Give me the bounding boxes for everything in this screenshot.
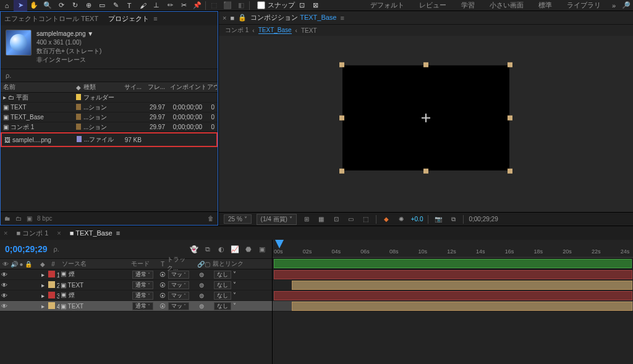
handle-mr[interactable] [508, 115, 512, 120]
type-tool[interactable]: T [122, 0, 136, 11]
track-row[interactable] [273, 301, 633, 311]
bpc-toggle[interactable]: 8 bpc [37, 215, 52, 222]
quality-dropdown[interactable]: (1/4 画質) ˅ [257, 214, 297, 225]
bc-item-active[interactable]: TEXT_Base [258, 27, 292, 34]
roto-tool[interactable]: ✂ [177, 0, 190, 11]
project-item[interactable]: ▣ TEXT...ション29.970;00;00;000 [1, 103, 218, 112]
workspace-more-icon[interactable]: » [608, 2, 619, 9]
color-mgmt-icon[interactable]: ◆ [381, 214, 391, 224]
layer-row[interactable]: 👁 ▸ 1▣ 煙通常˅⦿マッ˅⊚ なし ˅ [0, 269, 272, 280]
handle-tc[interactable] [423, 62, 428, 67]
exposure-reset-icon[interactable]: ✺ [396, 214, 406, 224]
tab-close-icon[interactable]: × [57, 229, 61, 237]
mask-icon[interactable]: ▦ [316, 214, 326, 224]
col-out[interactable]: アウ [205, 83, 217, 91]
handle-bl[interactable] [339, 168, 344, 173]
handle-tr[interactable] [508, 62, 512, 67]
pen-tool[interactable]: ✎ [109, 0, 122, 11]
snap-toggle[interactable]: スナップ [257, 1, 295, 10]
frameblend-toggle-icon[interactable]: ⧉ [203, 245, 213, 253]
shy-toggle-icon[interactable]: 👻 [189, 245, 199, 253]
col-t[interactable]: T [158, 261, 167, 268]
trash-icon[interactable]: 🗑 [208, 215, 214, 222]
project-item-list[interactable]: ▸ 🗀 平面フォルダー▣ TEXT...ション29.970;00;00;000▣… [1, 93, 218, 211]
viewer-menu-icon[interactable]: ≡ [340, 14, 344, 22]
eraser-tool[interactable]: ✏ [163, 0, 177, 11]
col-source-name[interactable]: ソース名 [59, 260, 131, 268]
project-item[interactable]: 🖼 sampleI....png...ファイル97 KB [1, 132, 218, 147]
workspace-default[interactable]: デフォルト [363, 1, 412, 10]
timeline-search[interactable]: ρ. [54, 245, 59, 253]
workspace-library[interactable]: ライブラリ [559, 1, 608, 10]
layer-row[interactable]: 👁 ▸ 3▣ 煙通常˅⦿マッ˅⊚ なし ˅ [0, 290, 272, 301]
composition-frame[interactable] [342, 65, 509, 170]
current-time[interactable]: 0;00;29;29 [469, 216, 498, 222]
snapshot-icon[interactable]: 📷 [433, 214, 443, 224]
layer-bar[interactable] [292, 302, 632, 311]
viewer-close-icon[interactable]: × [223, 14, 226, 22]
tab-close-icon[interactable]: × [4, 229, 7, 237]
track-row[interactable] [273, 269, 633, 280]
anchor-point-icon[interactable] [422, 113, 430, 122]
motionblur-toggle-icon[interactable]: ◐ [216, 245, 226, 253]
col-layer-number[interactable]: # [47, 261, 59, 268]
work-area-bar[interactable] [274, 259, 632, 268]
bc-item[interactable]: TEXT [301, 27, 317, 34]
region-icon[interactable]: ⬚ [361, 214, 371, 224]
col-size[interactable]: サイ... [118, 83, 144, 91]
snap-opt2-icon[interactable]: ⊠ [308, 0, 322, 11]
col-link-icons[interactable]: 🔗▢ [194, 261, 213, 268]
hand-tool[interactable]: ✋ [27, 0, 41, 11]
col-in[interactable]: インポイント [168, 83, 205, 91]
track-row[interactable] [273, 290, 633, 301]
exposure-value[interactable]: +0.0 [411, 216, 423, 222]
workspace-learn[interactable]: 学習 [454, 1, 482, 10]
interpret-icon[interactable]: 🖿 [4, 215, 11, 222]
layer-bar[interactable] [274, 291, 632, 300]
rect-tool[interactable]: ▭ [95, 0, 109, 11]
col-parent[interactable]: 親とリンク [213, 260, 262, 268]
grid-icon[interactable]: ⊞ [302, 214, 312, 224]
zoom-dropdown[interactable]: 25 % ˅ [224, 214, 252, 224]
new-folder-icon[interactable]: 🗀 [15, 215, 22, 222]
handle-br[interactable] [508, 168, 512, 173]
layer-row[interactable]: 👁 ▸ 2▣ TEXT通常˅⦿マッ˅⊚ なし ˅ [0, 280, 272, 290]
channel-icon[interactable]: ▭ [346, 214, 356, 224]
stamp-tool[interactable]: ⊥ [150, 0, 163, 11]
orbit-tool[interactable]: ⟳ [54, 0, 68, 11]
render-icon[interactable]: ▣ [257, 245, 267, 253]
bc-item[interactable]: コンポ 1 [225, 26, 249, 35]
time-ruler[interactable]: 00s02s04s06s08s10s12s14s16s18s20s22s24s [273, 240, 633, 258]
workspace-standard[interactable]: 標準 [531, 1, 559, 10]
timeline-current-time[interactable]: 0;00;29;29 [5, 244, 48, 254]
search-global-icon[interactable]: 🔎 [619, 0, 633, 11]
project-item[interactable]: ▣ TEXT_Base...ション29.970;00;00;000 [1, 112, 218, 122]
viewer-canvas[interactable] [219, 36, 633, 212]
tab-effect-controls[interactable]: エフェクトコントロール TEXT [4, 14, 98, 23]
handle-ml[interactable] [339, 115, 344, 120]
anchor-tool[interactable]: ⊕ [82, 0, 95, 11]
selection-tool[interactable]: ➤ [14, 0, 27, 11]
new-comp-icon[interactable]: ▣ [27, 215, 32, 222]
layer-bar[interactable] [274, 270, 632, 279]
show-snapshot-icon[interactable]: ⧉ [448, 214, 458, 224]
col-mode[interactable]: モード [131, 260, 158, 268]
axis-local-icon[interactable]: ⬚ [207, 0, 221, 11]
zoom-tool[interactable]: 🔍 [41, 0, 54, 11]
project-item[interactable]: ▸ 🗀 平面フォルダー [1, 93, 218, 103]
home-tool[interactable]: ⌂ [0, 0, 14, 11]
guide-icon[interactable]: ⊡ [331, 214, 341, 224]
col-fr[interactable]: フレ... [144, 83, 168, 91]
axis-view-icon[interactable]: ◧ [234, 0, 248, 11]
handle-bc[interactable] [423, 168, 428, 173]
project-item[interactable]: ▣ コンポ 1...ション29.970;00;00;000 [1, 122, 218, 132]
workspace-small[interactable]: 小さい画面 [482, 1, 531, 10]
playhead[interactable] [275, 240, 284, 248]
timeline-tab[interactable]: ■ コンポ 1 [16, 229, 48, 238]
col-label[interactable]: ◆ [74, 84, 81, 91]
viewer-lock-icon[interactable]: 🔒 [238, 14, 247, 22]
graph-editor-icon[interactable]: 📈 [230, 245, 240, 253]
rotate-tool[interactable]: ↻ [68, 0, 82, 11]
timeline-track-area[interactable]: 00s02s04s06s08s10s12s14s16s18s20s22s24s [272, 240, 633, 364]
handle-tl[interactable] [339, 62, 344, 67]
